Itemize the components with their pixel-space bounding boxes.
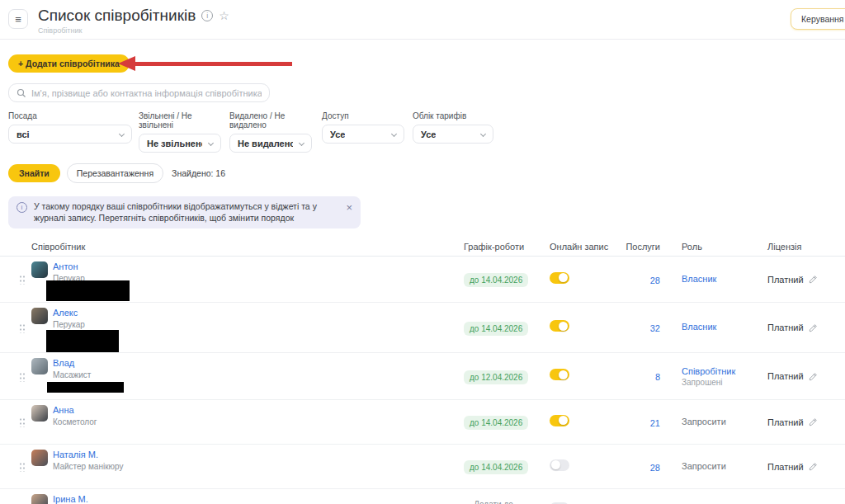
online-toggle[interactable] <box>550 272 569 284</box>
schedule-badge[interactable]: до 12.04.2026 <box>464 370 528 384</box>
pencil-icon[interactable] <box>809 417 818 426</box>
services-count-link[interactable]: 28 <box>650 463 660 473</box>
search-icon <box>17 88 26 98</box>
employee-name-link[interactable]: Наталія М. <box>53 450 123 459</box>
employee-name-link[interactable]: Алекс <box>53 308 85 318</box>
online-toggle[interactable] <box>550 459 569 471</box>
toggle-knob <box>559 273 568 282</box>
avatar[interactable] <box>31 358 48 374</box>
filter-access-label: Доступ <box>322 111 404 120</box>
column-role: Роль <box>667 242 764 252</box>
add-to-schedule-link[interactable]: Додати до розкладу <box>464 499 523 504</box>
toggle-knob <box>559 416 568 425</box>
page-subtitle: Співробітник <box>38 26 229 35</box>
filter-access-select[interactable]: Усе <box>322 125 404 144</box>
column-services: Послуги <box>621 242 667 252</box>
pencil-icon[interactable] <box>809 323 818 332</box>
add-employee-button[interactable]: + Додати співробітника <box>8 54 130 73</box>
license-label: Платний <box>767 462 804 472</box>
banner-close-icon[interactable]: × <box>346 202 352 224</box>
chevron-down-icon <box>480 131 486 137</box>
toggle-knob <box>551 460 560 469</box>
filters-row: Посада всі Звільнені / Не звільнені Не з… <box>8 111 845 153</box>
top-bar: ≡ Список співробітників i ☆ Співробітник… <box>0 0 845 40</box>
column-schedule: Графік-роботи <box>452 242 543 252</box>
find-button[interactable]: Знайти <box>8 164 60 182</box>
employee-name-link[interactable]: Антон <box>53 261 85 271</box>
role-main[interactable]: Запросити <box>682 417 764 426</box>
actions-row: Знайти Перезавантаження Знайдено: 16 <box>8 163 845 183</box>
filter-tariffs-select[interactable]: Усе <box>413 125 493 144</box>
drag-handle[interactable] <box>19 417 25 427</box>
avatar[interactable] <box>31 405 48 422</box>
employee-name-link[interactable]: Ірина М. <box>53 494 123 504</box>
table-row: Анна Косметолог до 14.04.2026 21 Запроси… <box>0 400 845 445</box>
pencil-icon[interactable] <box>809 372 818 381</box>
chevron-down-icon <box>391 131 397 137</box>
reload-button[interactable]: Перезавантаження <box>67 163 163 183</box>
services-count-link[interactable]: 8 <box>655 372 660 382</box>
filter-deleted-select[interactable]: Не видалено <box>229 134 312 153</box>
services-count-link[interactable]: 21 <box>650 418 660 428</box>
avatar[interactable] <box>31 308 48 324</box>
filter-deleted-value: Не видалено <box>238 139 293 148</box>
drag-handle[interactable] <box>19 461 25 472</box>
services-count-link[interactable]: 28 <box>650 276 660 285</box>
services-count-link[interactable]: 32 <box>650 323 660 333</box>
manage-licenses-button[interactable]: Керування ліценз <box>791 8 845 30</box>
toolbar: + Додати співробітника <box>8 54 845 73</box>
role-main[interactable]: Запросити <box>682 461 764 471</box>
online-toggle[interactable] <box>550 320 569 332</box>
avatar[interactable] <box>31 261 48 278</box>
drag-handle[interactable] <box>19 323 25 333</box>
column-license: Ліцензія <box>764 242 845 252</box>
drag-handle[interactable] <box>19 274 25 285</box>
filter-access: Доступ Усе <box>322 111 404 153</box>
role-main[interactable]: Власник <box>682 274 764 284</box>
star-icon[interactable]: ☆ <box>219 10 229 21</box>
avatar[interactable] <box>31 450 48 466</box>
license-label: Платний <box>767 323 804 332</box>
table-row: Антон Перукар до 14.04.2026 28 Власник П… <box>0 257 845 303</box>
toggle-knob <box>559 370 568 379</box>
schedule-badge[interactable]: до 14.04.2026 <box>464 460 528 474</box>
pencil-icon[interactable] <box>809 275 818 284</box>
employee-name-link[interactable]: Влад <box>53 358 91 368</box>
employee-name-link[interactable]: Анна <box>53 405 97 415</box>
schedule-badge[interactable]: до 14.04.2026 <box>464 416 528 430</box>
filter-position-value: всі <box>17 130 30 139</box>
license-label: Платний <box>767 275 804 285</box>
filter-deleted: Видалено / Не видалено Не видалено <box>229 111 312 153</box>
filter-access-value: Усе <box>330 130 345 139</box>
employees-table: Співробітник Графік-роботи Онлайн запис … <box>0 237 845 504</box>
arrow-head-icon <box>118 56 135 71</box>
table-row: Алекс Перукар до 14.04.2026 32 Власник П… <box>0 303 845 353</box>
schedule-badge[interactable]: до 14.04.2026 <box>464 322 528 336</box>
search-field[interactable] <box>8 83 270 102</box>
role-main[interactable]: Власник <box>682 322 764 332</box>
schedule-badge[interactable]: до 14.04.2026 <box>464 273 528 287</box>
online-toggle[interactable] <box>550 369 569 380</box>
filter-position: Посада всі <box>8 111 132 153</box>
annotation-arrow <box>118 56 292 71</box>
role-sub: Запрошені <box>682 378 764 387</box>
filter-tariffs-value: Усе <box>421 130 436 139</box>
online-toggle[interactable] <box>550 415 569 426</box>
search-input[interactable] <box>31 88 262 98</box>
drag-handle[interactable] <box>19 371 25 382</box>
filter-dismissed: Звільнені / Не звільнені Не звільнено <box>139 111 221 153</box>
menu-button[interactable]: ≡ <box>8 9 28 29</box>
filter-position-select[interactable]: всі <box>8 125 132 144</box>
table-row: Ірина М. Майстер манікюру Додати до розк… <box>0 489 845 504</box>
table-row: Наталія М. Майстер манікюру до 14.04.202… <box>0 445 845 489</box>
redacted-contact-info <box>47 382 124 393</box>
pencil-icon[interactable] <box>809 462 818 471</box>
filter-dismissed-select[interactable]: Не звільнено <box>139 134 221 153</box>
employee-position: Косметолог <box>53 417 97 426</box>
banner-text: У такому порядку ваші співробітники відо… <box>34 200 339 224</box>
role-main[interactable]: Співробітник <box>682 366 764 376</box>
column-online: Онлайн запис <box>543 242 621 252</box>
info-icon[interactable]: i <box>201 10 213 21</box>
info-banner: i У такому порядку ваші співробітники ві… <box>8 196 361 228</box>
avatar[interactable] <box>31 494 48 504</box>
